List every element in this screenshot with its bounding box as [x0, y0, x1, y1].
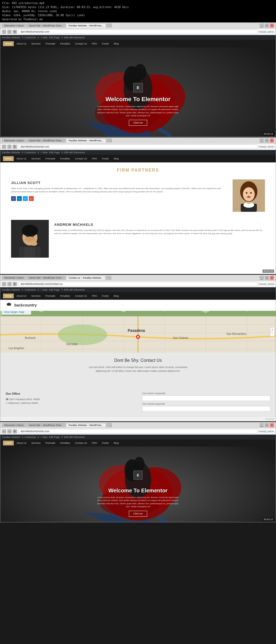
wp2-parallax[interactable]: Parallax Website [2, 151, 20, 154]
nav4-footer[interactable]: Footer [100, 441, 111, 445]
forward-btn-3[interactable]: → [7, 282, 12, 286]
wp4-new[interactable]: + New [40, 436, 47, 438]
min-btn-2[interactable]: _ [260, 138, 264, 143]
wp2-edit-elementor[interactable]: ✎ Edit with Elementor [61, 151, 85, 154]
tab4-parallax[interactable]: Parallax Website – WordPress... [66, 423, 106, 427]
wp-item-edit-elementor[interactable]: ✎ Edit with Elementor [61, 36, 85, 39]
email-field-input[interactable] [142, 406, 270, 411]
wp4-edit-page[interactable]: Edit Page [49, 436, 60, 438]
nav2-pro[interactable]: PRO [90, 156, 99, 161]
nav3-blog[interactable]: Blog [112, 294, 121, 298]
wp3-edit-page[interactable]: Edit Page [49, 288, 60, 291]
max-btn-4[interactable]: □ [265, 423, 269, 427]
tab2-darrel[interactable]: Darrel Site – WordPress Tutor... [26, 138, 65, 142]
nav-services[interactable]: Services [29, 41, 43, 46]
nav2-blog[interactable]: Blog [112, 156, 121, 161]
wp4-customize[interactable]: ✎ Customize [22, 436, 36, 438]
refresh-btn[interactable]: ↻ [13, 30, 17, 34]
nav4-premade[interactable]: Premade [43, 441, 58, 445]
tab-darrel-site[interactable]: Darrel Site – WordPress Tutor... [26, 23, 65, 28]
wp2-customize[interactable]: ✎ Customize [22, 151, 36, 154]
nav3-home[interactable]: Home [3, 294, 14, 298]
nav-pro[interactable]: PRO [90, 41, 99, 46]
tab4-extra[interactable]: ... [106, 423, 112, 427]
nav4-pro[interactable]: PRO [90, 441, 99, 445]
min-btn-3[interactable]: _ [260, 276, 264, 280]
close-btn-4[interactable]: ✕ [270, 423, 274, 427]
address-input-2[interactable]: darrellwilsontutorial.com [18, 144, 258, 149]
nav4-home[interactable]: Home [3, 441, 14, 445]
wp3-customize[interactable]: ✎ Customize [22, 288, 36, 291]
max-btn-2[interactable]: □ [265, 138, 269, 143]
nav3-pro[interactable]: PRO [90, 294, 99, 298]
nav4-contact[interactable]: Contact Us [73, 441, 89, 445]
nav2-premade[interactable]: Premade [43, 156, 58, 161]
nav2-penalties[interactable]: Penalties [58, 156, 72, 161]
nav3-contact[interactable]: Contact Us [73, 294, 89, 298]
nav4-about[interactable]: About Us [14, 441, 29, 445]
nav-premade[interactable]: Premade [43, 41, 58, 46]
wp4-edit-elementor[interactable]: ✎ Edit with Elementor [61, 436, 85, 438]
address-input-4[interactable]: darrellwilsontutorial.com [18, 429, 258, 434]
forward-btn-4[interactable]: → [7, 429, 12, 434]
back-btn-3[interactable]: ← [2, 282, 6, 286]
minimize-btn[interactable]: _ [260, 23, 264, 28]
back-btn-4[interactable]: ← [2, 429, 6, 434]
wp3-new[interactable]: + New [40, 288, 47, 291]
nav4-penalties[interactable]: Penalties [58, 441, 72, 445]
nav2-footer[interactable]: Footer [100, 156, 111, 161]
hero-click-me-btn[interactable]: Click me [129, 120, 147, 126]
social-btn-twitter[interactable]: tw [23, 196, 28, 201]
nav3-services[interactable]: Services [29, 294, 43, 298]
wp3-parallax[interactable]: Parallax Website [2, 288, 20, 291]
wp2-edit-page[interactable]: Edit Page [49, 151, 60, 154]
nav3-footer[interactable]: Footer [100, 294, 111, 298]
wp4-3[interactable]: 3 [37, 436, 39, 438]
back-btn-2[interactable]: ← [2, 145, 6, 149]
nav2-home[interactable]: Home [3, 156, 14, 161]
wp-item-parallax[interactable]: Parallax Website [2, 36, 20, 39]
elementor-icon-box[interactable]: E [133, 83, 143, 93]
tab2-parallax[interactable]: Parallax Website – WordPress... [66, 138, 106, 142]
tab4-darrel[interactable]: Darrel Site – WordPress Tutor... [26, 423, 65, 427]
nav-penalties[interactable]: Penalties [58, 41, 72, 46]
social-btn-gplus[interactable]: g+ [29, 196, 34, 201]
wp-item-3[interactable]: 3 [37, 36, 39, 39]
social-btn-facebook[interactable]: f [11, 196, 16, 201]
close-btn[interactable]: ✕ [270, 23, 274, 28]
tab3-contact[interactable]: Contact us – Parallax Website... [66, 276, 105, 280]
forward-btn-2[interactable]: → [7, 145, 12, 149]
tab2-elementor[interactable]: Elementor | About [2, 138, 26, 142]
tab3-extra[interactable]: ... [106, 276, 111, 280]
tab-extra[interactable]: ... [106, 23, 112, 28]
tab3-elementor[interactable]: Elementor | About [2, 276, 26, 280]
refresh-btn-4[interactable]: ↻ [13, 429, 17, 434]
close-btn-2[interactable]: ✕ [270, 138, 274, 143]
tab-elementor-about[interactable]: Elementor | About [2, 23, 26, 28]
hero-click-me-btn-2[interactable]: Click me [129, 511, 147, 517]
tab3-darrel[interactable]: Darrel Site – WordPress Tutor... [26, 276, 65, 280]
social-btn-linkedin[interactable]: in [17, 196, 22, 201]
refresh-btn-2[interactable]: ↻ [13, 145, 17, 149]
name-field-input[interactable] [142, 396, 270, 401]
nav2-services[interactable]: Services [29, 156, 43, 161]
wp4-parallax[interactable]: Parallax Website [2, 436, 20, 438]
address-input-1[interactable]: darrellwilsontutorial.com [18, 29, 258, 34]
refresh-btn-3[interactable]: ↻ [13, 282, 17, 286]
tab2-extra[interactable]: ... [106, 138, 112, 142]
wp3-3[interactable]: 3 [37, 288, 39, 291]
nav2-about[interactable]: About Us [14, 156, 29, 161]
forward-btn[interactable]: → [7, 30, 12, 34]
nav4-blog[interactable]: Blog [112, 441, 121, 445]
map-zoom-out-btn[interactable]: − [270, 332, 274, 336]
nav2-contact[interactable]: Contact Us [73, 156, 89, 161]
nav-about-us[interactable]: About Us [14, 41, 29, 46]
maximize-btn[interactable]: □ [265, 23, 269, 28]
wp2-new[interactable]: + New [40, 151, 47, 154]
tab-parallax-active[interactable]: Parallax Website – WordPress... [66, 23, 106, 28]
nav3-penalties[interactable]: Penalties [58, 294, 72, 298]
nav-contact-us[interactable]: Contact Us [73, 41, 89, 46]
tab4-elementor[interactable]: Elementor | About [2, 423, 26, 427]
nav-footer[interactable]: Footer [100, 41, 111, 46]
max-btn-3[interactable]: □ [265, 276, 269, 280]
